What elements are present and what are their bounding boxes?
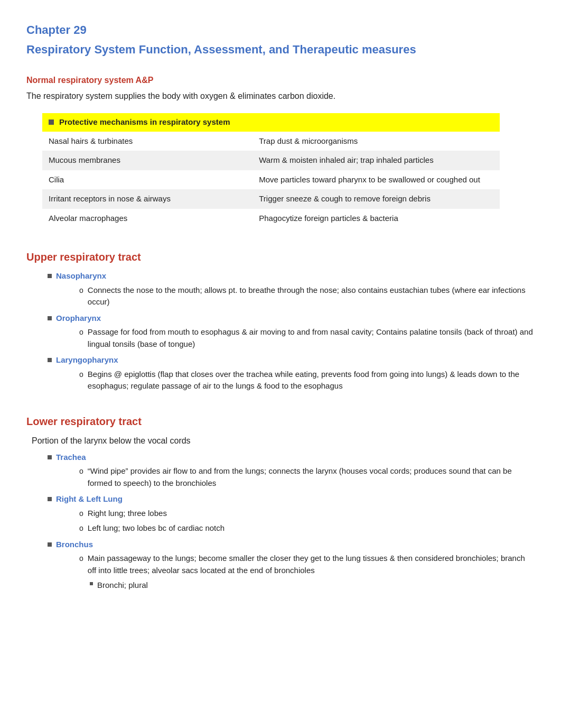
item-label-text: Oropharynx [56,312,101,325]
bullet-icon [48,316,52,320]
function-cell: Phagocytize foreign particles & bacteria [253,209,500,228]
item-label-text: Right & Left Lung [56,493,123,505]
detail-text: Left lung; two lobes bc of cardiac notch [88,522,225,535]
o-bullet-icon: o [79,553,83,564]
list-item-detail: oLeft lung; two lobes bc of cardiac notc… [79,522,535,535]
table-row: Alveolar macrophagesPhagocytize foreign … [42,209,500,228]
mechanism-cell: Nasal hairs & turbinates [42,132,253,151]
normal-section-heading: Normal respiratory system A&P [26,74,535,87]
bullet-icon [48,497,52,501]
upper-tract-heading: Upper respiratory tract [26,249,535,265]
bullet-square-icon [49,119,54,125]
list-item-detail: oConnects the nose to the mouth; allows … [79,284,535,308]
protective-mechanisms-label: Protective mechanisms in respiratory sys… [59,116,230,128]
mechanism-cell: Cilia [42,170,253,190]
function-cell: Warm & moisten inhaled air; trap inhaled… [253,151,500,170]
bullet-icon [48,455,52,459]
detail-text: Passage for food from mouth to esophagus… [88,326,535,350]
item-label-text: Trachea [56,451,86,464]
list-item: Right & Left LungoRight lung; three lobe… [48,493,535,535]
detail-text: Right lung; three lobes [88,508,167,520]
item-label-text: Laryngopharynx [56,354,118,366]
o-bullet-icon: o [79,508,83,519]
detail-text: Connects the nose to the mouth; allows p… [88,284,535,308]
bullet-icon [48,358,52,362]
protective-mechanisms-header: Protective mechanisms in respiratory sys… [42,113,500,132]
lower-tract-heading: Lower respiratory tract [26,413,535,429]
list-item-label: Oropharynx [48,312,535,325]
function-cell: Trap dust & microorganisms [253,132,500,151]
detail-text: Main passageway to the lungs; become sma… [88,552,535,576]
mechanism-cell: Alveolar macrophages [42,209,253,228]
list-item: LaryngopharynxoBegins @ epiglottis (flap… [48,354,535,392]
o-bullet-icon: o [79,285,83,296]
normal-section-intro: The respiratory system supplies the body… [26,90,535,103]
table-row: Nasal hairs & turbinatesTrap dust & micr… [42,132,500,151]
chapter-subtitle: Respiratory System Function, Assessment,… [26,41,535,58]
lower-tract-list: Tracheao“Wind pipe” provides air flow to… [26,451,535,592]
list-item-detail: oPassage for food from mouth to esophagu… [79,326,535,350]
detail-text: “Wind pipe” provides air flow to and fro… [88,465,535,489]
bullet-icon [48,274,52,278]
protective-mechanisms-table: Nasal hairs & turbinatesTrap dust & micr… [42,132,500,228]
list-item: BronchusoMain passageway to the lungs; b… [48,539,535,592]
mechanism-cell: Irritant receptors in nose & airways [42,189,253,209]
list-item-label: Trachea [48,451,535,464]
table-row: Irritant receptors in nose & airwaysTrig… [42,189,500,209]
table-row: Mucous membranesWarm & moisten inhaled a… [42,151,500,170]
mechanism-cell: Mucous membranes [42,151,253,170]
bullet-icon [48,542,52,547]
list-item: OropharynxoPassage for food from mouth t… [48,312,535,351]
list-item-label: Bronchus [48,539,535,551]
o-bullet-icon: o [79,523,83,534]
portion-text: Portion of the larynx below the vocal co… [32,435,535,447]
sub-sub-text: Bronchi; plural [97,579,148,592]
o-bullet-icon: o [79,369,83,380]
list-item-detail: oRight lung; three lobes [79,508,535,520]
function-cell: Move particles toward pharynx to be swal… [253,170,500,190]
item-label-text: Bronchus [56,539,93,551]
o-bullet-icon: o [79,327,83,338]
upper-tract-list: NasopharynxoConnects the nose to the mou… [26,270,535,392]
o-bullet-icon: o [79,466,83,477]
function-cell: Trigger sneeze & cough to remove foreign… [253,189,500,209]
list-item: Tracheao“Wind pipe” provides air flow to… [48,451,535,490]
sub-sub-item: Bronchi; plural [90,579,535,592]
list-item-detail: oMain passageway to the lungs; become sm… [79,552,535,576]
protective-mechanisms-wrapper: Protective mechanisms in respiratory sys… [42,113,500,132]
list-item-detail: o“Wind pipe” provides air flow to and fr… [79,465,535,489]
detail-text: Begins @ epiglottis (flap that closes ov… [88,368,535,392]
chapter-title: Chapter 29 [26,21,535,39]
list-item-label: Right & Left Lung [48,493,535,505]
small-bullet-icon [90,582,93,585]
list-item-label: Laryngopharynx [48,354,535,366]
list-item: NasopharynxoConnects the nose to the mou… [48,270,535,308]
item-label-text: Nasopharynx [56,270,106,282]
table-row: CiliaMove particles toward pharynx to be… [42,170,500,190]
list-item-label: Nasopharynx [48,270,535,282]
list-item-detail: oBegins @ epiglottis (flap that closes o… [79,368,535,392]
